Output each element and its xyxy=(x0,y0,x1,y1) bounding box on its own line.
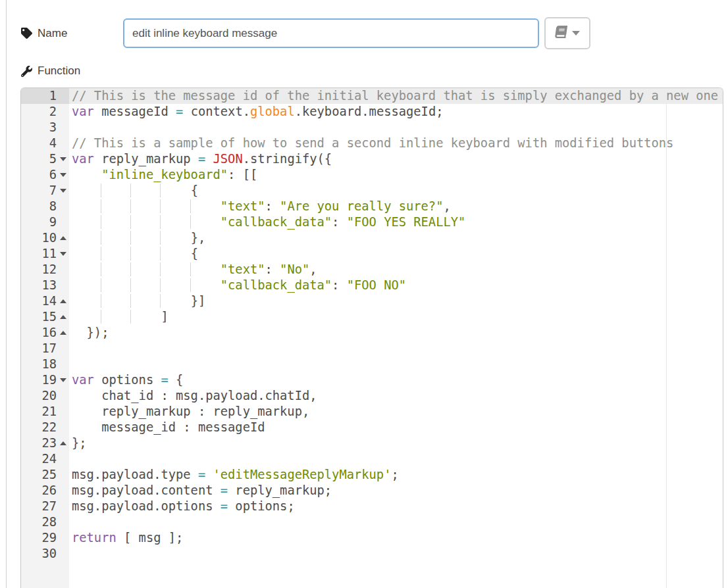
code-row: 17 xyxy=(21,341,723,356)
code-row: 6 "inline_keyboard": [[ xyxy=(21,167,723,183)
code-line[interactable]: }); xyxy=(69,325,723,341)
code-line[interactable] xyxy=(69,120,723,135)
gutter-cell: 28 xyxy=(21,514,69,530)
fold-widget[interactable] xyxy=(60,252,66,256)
line-number: 22 xyxy=(41,420,57,435)
code-row: 20 chat_id : msg.payload.chatId, xyxy=(21,388,723,404)
line-number: 30 xyxy=(41,546,57,562)
gutter-cell: 3 xyxy=(21,120,69,135)
fold-widget[interactable] xyxy=(60,189,66,193)
caret-down-icon xyxy=(572,31,580,36)
code-line[interactable]: }, xyxy=(69,230,723,246)
gutter-cell: 19 xyxy=(21,372,69,388)
code-row: 14 }] xyxy=(21,293,723,309)
gutter-cell: 4 xyxy=(21,135,69,151)
line-number: 25 xyxy=(41,467,57,483)
fold-widget[interactable] xyxy=(60,299,66,303)
line-number: 24 xyxy=(41,451,57,467)
name-field-row: Name xyxy=(21,17,590,49)
gutter-cell: 5 xyxy=(21,151,69,167)
code-line[interactable]: msg.payload.options = options; xyxy=(69,499,723,514)
code-row: 8 "text": "Are you really sure?", xyxy=(21,199,723,214)
gutter-cell: 15 xyxy=(21,309,69,325)
line-number: 9 xyxy=(49,214,57,230)
fold-widget[interactable] xyxy=(60,315,66,319)
code-line[interactable]: "callback_data": "FOO YES REALLY" xyxy=(69,214,723,230)
line-number: 1 xyxy=(49,88,57,104)
line-number: 13 xyxy=(41,278,57,293)
line-number: 5 xyxy=(49,151,57,167)
code-line[interactable]: var reply_markup = JSON.stringify({ xyxy=(69,151,723,167)
line-number: 15 xyxy=(41,309,57,325)
line-number: 28 xyxy=(41,514,57,530)
code-editor[interactable]: 1// This is the message id of the initia… xyxy=(20,87,723,588)
fold-widget[interactable] xyxy=(60,236,66,240)
code-line[interactable] xyxy=(69,514,723,530)
gutter-cell: 26 xyxy=(21,483,69,499)
code-line[interactable]: }; xyxy=(69,435,723,451)
code-row: 13 "callback_data": "FOO NO" xyxy=(21,278,723,293)
code-row: 23}; xyxy=(21,435,723,451)
name-input[interactable] xyxy=(123,18,539,48)
code-row: 29return [ msg ]; xyxy=(21,530,723,546)
code-row: 9 "callback_data": "FOO YES REALLY" xyxy=(21,214,723,230)
editor-rows: 1// This is the message id of the initia… xyxy=(21,88,723,562)
fold-widget[interactable] xyxy=(60,331,66,335)
code-row: 21 reply_markup : reply_markup, xyxy=(21,404,723,420)
fold-widget[interactable] xyxy=(60,173,66,177)
code-line[interactable]: message_id : messageId xyxy=(69,420,723,435)
line-number: 16 xyxy=(41,325,57,341)
fold-widget[interactable] xyxy=(60,378,66,382)
code-line[interactable]: // This is the message id of the initial… xyxy=(69,88,723,104)
code-line[interactable]: msg.payload.type = 'editMessageReplyMark… xyxy=(69,467,723,483)
code-line[interactable]: { xyxy=(69,183,723,199)
code-row: 30 xyxy=(21,546,723,562)
line-number: 6 xyxy=(49,167,57,183)
fold-widget[interactable] xyxy=(60,441,66,445)
code-line[interactable]: "callback_data": "FOO NO" xyxy=(69,278,723,293)
code-line[interactable] xyxy=(69,341,723,356)
gutter-cell: 7 xyxy=(21,183,69,199)
code-line[interactable]: var messageId = context.global.keyboard.… xyxy=(69,104,723,120)
panel-left-divider xyxy=(6,0,7,588)
gutter-cell: 10 xyxy=(21,230,69,246)
line-number: 8 xyxy=(49,199,57,214)
book-icon xyxy=(555,26,567,41)
code-line[interactable]: var options = { xyxy=(69,372,723,388)
gutter-cell: 11 xyxy=(21,246,69,262)
code-row: 22 message_id : messageId xyxy=(21,420,723,435)
line-number: 27 xyxy=(41,499,57,514)
code-line[interactable]: }] xyxy=(69,293,723,309)
code-line[interactable] xyxy=(69,546,723,562)
code-line[interactable]: // This is a sample of how to send a sec… xyxy=(69,135,723,151)
line-number: 19 xyxy=(41,372,57,388)
gutter-cell: 25 xyxy=(21,467,69,483)
gutter-cell: 8 xyxy=(21,199,69,214)
code-line[interactable]: "text": "No", xyxy=(69,262,723,278)
code-row: 16 }); xyxy=(21,325,723,341)
code-line[interactable]: "inline_keyboard": [[ xyxy=(69,167,723,183)
gutter-cell: 18 xyxy=(21,356,69,372)
code-line[interactable]: chat_id : msg.payload.chatId, xyxy=(69,388,723,404)
function-label-group: Function xyxy=(21,64,80,78)
line-number: 3 xyxy=(49,120,57,135)
gutter-cell: 1 xyxy=(21,88,69,104)
code-line[interactable]: "text": "Are you really sure?", xyxy=(69,199,723,214)
line-number: 10 xyxy=(41,230,57,246)
code-line[interactable]: return [ msg ]; xyxy=(69,530,723,546)
code-line[interactable]: reply_markup : reply_markup, xyxy=(69,404,723,420)
gutter-cell: 24 xyxy=(21,451,69,467)
code-line[interactable]: ] xyxy=(69,309,723,325)
code-row: 26msg.payload.content = reply_markup; xyxy=(21,483,723,499)
code-row: 4// This is a sample of how to send a se… xyxy=(21,135,723,151)
library-button[interactable] xyxy=(544,17,590,49)
code-line[interactable]: msg.payload.content = reply_markup; xyxy=(69,483,723,499)
code-line[interactable] xyxy=(69,451,723,467)
code-row: 10 }, xyxy=(21,230,723,246)
code-line[interactable]: { xyxy=(69,246,723,262)
code-row: 27msg.payload.options = options; xyxy=(21,499,723,514)
fold-widget[interactable] xyxy=(60,157,66,161)
gutter-cell: 21 xyxy=(21,404,69,420)
tag-icon xyxy=(21,28,32,39)
code-line[interactable] xyxy=(69,356,723,372)
